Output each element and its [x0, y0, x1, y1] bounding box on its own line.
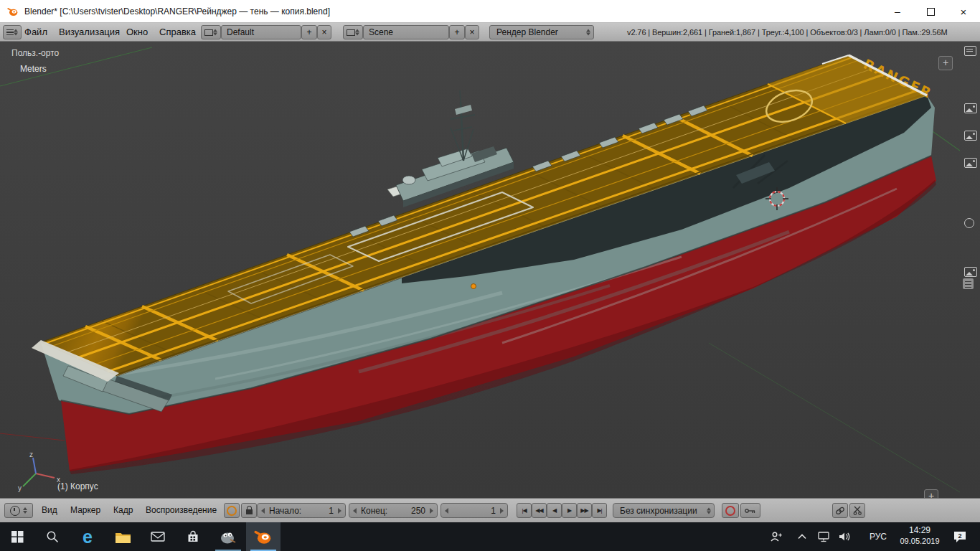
decrement-arrow-icon[interactable] [445, 508, 448, 514]
menu-file[interactable]: Файл [24, 23, 47, 41]
scene-delete-button[interactable]: × [465, 25, 479, 39]
scissors-icon [853, 506, 862, 515]
timeline-menu-frame[interactable]: Кадр [113, 499, 133, 522]
link-toggle-button[interactable] [832, 503, 848, 518]
tray-language-indicator[interactable]: РУС [864, 522, 892, 551]
mail-icon [151, 531, 165, 542]
taskbar-explorer-button[interactable] [105, 522, 140, 551]
chain-icon [835, 507, 845, 515]
prev-keyframe-button[interactable]: ◀◀ [532, 503, 547, 518]
plus-icon: + [928, 490, 934, 498]
current-frame-field[interactable]: 1 [440, 503, 508, 518]
tray-network-button[interactable] [814, 522, 834, 551]
texture-tab-icon[interactable] [964, 267, 977, 277]
scene-tab-icon[interactable] [964, 158, 977, 168]
start-button[interactable] [0, 522, 34, 551]
increment-arrow-icon[interactable] [500, 508, 504, 514]
keying-set-button[interactable] [740, 503, 760, 518]
increment-arrow-icon[interactable] [430, 508, 433, 514]
render-engine-dropdown[interactable]: Рендер Blender [489, 25, 594, 39]
screen-layout-add-button[interactable]: + [301, 25, 317, 39]
taskbar-mail-button[interactable] [141, 522, 175, 551]
clock-date: 09.05.2019 [894, 536, 946, 547]
chevron-up-down-icon [23, 507, 27, 514]
auto-keyframe-record-button[interactable] [722, 503, 739, 518]
maximize-button[interactable] [914, 0, 947, 23]
minimize-button[interactable]: – [881, 0, 914, 23]
axis-z-label: z [29, 452, 33, 458]
chevron-up-icon [798, 534, 806, 540]
expand-toolshelf-button[interactable]: + [924, 489, 938, 498]
expand-properties-panel-button[interactable]: + [938, 56, 953, 70]
taskbar-store-button[interactable] [176, 522, 210, 551]
menu-help[interactable]: Справка [159, 23, 196, 41]
screen-layout-name-field[interactable]: Default [221, 25, 301, 39]
x-icon: × [469, 27, 474, 37]
screen-layout-browse-button[interactable] [201, 25, 221, 39]
tray-people-button[interactable] [763, 522, 789, 551]
blender-app-icon [7, 6, 19, 17]
taskbar-gimp-button[interactable] [211, 522, 245, 551]
play-reverse-button[interactable]: ◀ [547, 503, 562, 518]
scene-name-field[interactable]: Scene [363, 25, 449, 39]
scene-add-button[interactable]: + [449, 25, 465, 39]
decrement-arrow-icon[interactable] [261, 508, 265, 514]
collapsed-outliner-tab-icon[interactable] [964, 46, 976, 56]
editor-type-selector[interactable] [3, 25, 22, 39]
record-icon [725, 506, 735, 516]
tray-clock[interactable]: 14:29 09.05.2019 [894, 525, 946, 547]
timeline-menu-view[interactable]: Вид [42, 499, 57, 522]
frame-end-value: 250 [411, 506, 425, 516]
menu-render[interactable]: Визуализация [59, 23, 120, 41]
close-glyph: × [961, 6, 967, 18]
snap-button[interactable] [849, 503, 865, 518]
increment-arrow-icon[interactable] [338, 508, 341, 514]
action-center-button[interactable]: 2 [946, 522, 974, 551]
timeline-editor-type-selector[interactable] [4, 503, 33, 518]
sync-mode-dropdown[interactable]: Без синхронизации [613, 503, 715, 518]
chevron-up-down-icon [707, 507, 711, 514]
timeline-menu-playback[interactable]: Воспроизведение [146, 499, 217, 522]
taskbar-edge-button[interactable]: e [70, 522, 105, 551]
close-button[interactable]: × [947, 0, 980, 23]
menu-window[interactable]: Окно [126, 23, 148, 41]
collapsed-menu-icon[interactable] [963, 278, 974, 289]
object-origin-dot [471, 284, 476, 289]
sync-mode-value: Без синхронизации [620, 506, 697, 516]
gimp-icon [220, 529, 237, 545]
chevron-up-down-icon [14, 29, 18, 36]
window-title: Blender* [C:\Users\tvister\Desktop\RANGE… [24, 0, 330, 23]
screen-layout-name: Default [227, 27, 254, 37]
tray-show-hidden-icons-button[interactable] [792, 522, 812, 551]
frame-start-field[interactable]: Начало: 1 [257, 503, 346, 518]
axis-x-label: x [57, 476, 60, 484]
notification-bubble-icon: 2 [953, 530, 968, 544]
decrement-arrow-icon[interactable] [353, 508, 357, 514]
timeline-menu-marker[interactable]: Маркер [70, 499, 100, 522]
render-layers-tab-icon[interactable] [964, 131, 977, 141]
info-header: Файл Визуализация Окно Справка Default +… [0, 23, 980, 42]
frame-end-field[interactable]: Конец: 250 [349, 503, 438, 518]
scene-browse-button[interactable] [343, 25, 363, 39]
play-button[interactable]: ▶ [562, 503, 577, 518]
axis-gizmo: x y z [14, 452, 65, 494]
scene-icon [347, 29, 355, 36]
preview-range-toggle[interactable] [224, 503, 240, 518]
world-tab-icon[interactable] [964, 218, 974, 228]
jump-to-end-button[interactable]: ▶| [592, 503, 607, 518]
maximize-glyph [927, 8, 935, 16]
next-keyframe-button[interactable]: ▶▶ [577, 503, 592, 518]
screen-layout-delete-button[interactable]: × [317, 25, 331, 39]
current-frame-value: 1 [491, 506, 496, 516]
windows-logo-icon [11, 531, 24, 543]
frame-end-label: Конец: [361, 506, 387, 516]
taskbar-blender-button[interactable] [246, 522, 281, 551]
tray-volume-button[interactable] [834, 522, 855, 551]
jump-to-start-button[interactable]: |◀ [517, 503, 532, 518]
monitor-icon [818, 532, 829, 542]
search-icon [46, 530, 59, 543]
viewport-3d[interactable]: RANGER [0, 42, 980, 498]
render-tab-icon[interactable] [964, 103, 977, 113]
lock-time-cursor-toggle[interactable] [241, 503, 257, 518]
taskbar-search-button[interactable] [35, 522, 70, 551]
